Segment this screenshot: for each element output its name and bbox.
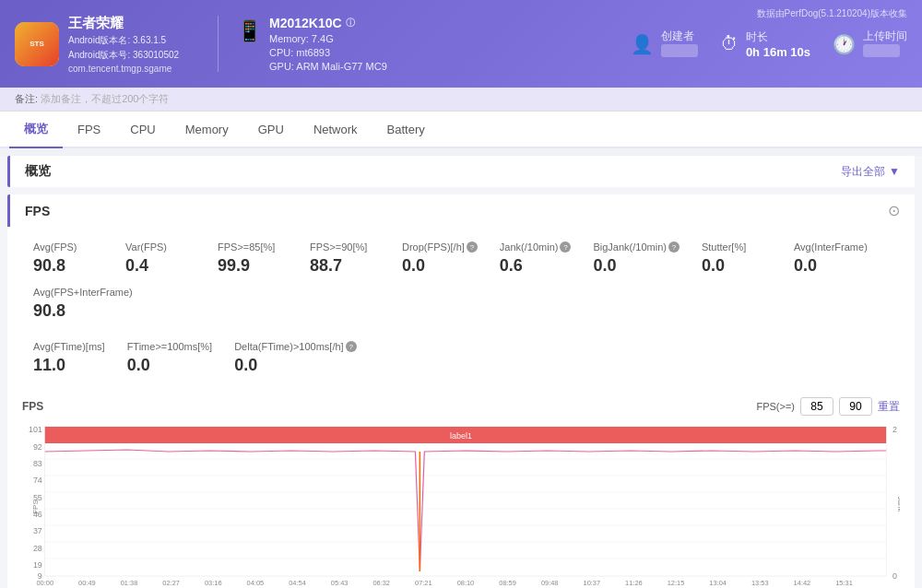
reset-button[interactable]: 重置 [878, 399, 900, 415]
stat-fps85-label: FPS>=85[%] [218, 241, 288, 253]
stat-ftime-value: 11.0 [33, 356, 105, 375]
stat-stutter-label: Stutter[%] [702, 241, 772, 253]
info-icon-jank[interactable]: ? [560, 241, 571, 253]
stat-var-fps-value: 0.4 [125, 256, 195, 276]
svg-text:00:00: 00:00 [37, 579, 54, 587]
upload-label: 上传时间 [863, 29, 907, 44]
chart-title: FPS [22, 400, 43, 413]
svg-text:12:15: 12:15 [668, 579, 685, 587]
stat-ftime100-value: 0.0 [127, 356, 213, 375]
app-package: com.tencent.tmgp.sgame [68, 64, 179, 74]
fps-chart-svg: 101 92 83 74 55 46 37 28 19 9 2 0 Jank [22, 419, 900, 588]
svg-text:13:04: 13:04 [709, 579, 727, 587]
creator-meta: 👤 创建者 [631, 29, 698, 60]
fps-panel: FPS ⊙ Avg(FPS) 90.8 Var(FPS) 0.4 FPS>=85… [7, 194, 915, 588]
stat-avg-fps-value: 90.8 [33, 256, 103, 276]
tab-fps[interactable]: FPS [63, 113, 115, 147]
stat-avg-fps-label: Avg(FPS) [33, 241, 103, 253]
stat-ftime100: FTime>=100ms[%] 0.0 [116, 335, 224, 381]
upload-icon: 🕐 [833, 33, 856, 55]
export-button[interactable]: 导出全部 ▼ [841, 164, 900, 180]
fps-stats-row1: Avg(FPS) 90.8 Var(FPS) 0.4 FPS>=85[%] 99… [7, 227, 915, 335]
chart-controls: FPS FPS(>=) 重置 [22, 397, 900, 416]
device-icon: 📱 [237, 19, 262, 43]
stat-interframe-label: Avg(InterFrame) [794, 241, 868, 253]
info-icon[interactable]: ? [467, 241, 478, 253]
data-source-text: 数据由PerfDog(5.1.210204)版本收集 [757, 7, 907, 20]
tab-network[interactable]: Network [299, 113, 372, 147]
stat-bigjank-label: BigJank(/10min)? [593, 241, 679, 253]
svg-text:92: 92 [33, 442, 42, 452]
tab-overview[interactable]: 概览 [9, 112, 63, 148]
svg-text:15:31: 15:31 [835, 579, 853, 587]
fps-panel-header: FPS ⊙ [7, 194, 915, 227]
stat-jank: Jank(/10min)? 0.6 [489, 236, 583, 281]
fps-stats-row2: Avg(FTime)[ms] 11.0 FTime>=100ms[%] 0.0 … [7, 335, 915, 390]
svg-text:83: 83 [33, 459, 42, 468]
svg-text:04:05: 04:05 [247, 579, 265, 587]
svg-text:label1: label1 [450, 431, 472, 441]
chart-container: 101 92 83 74 55 46 37 28 19 9 2 0 Jank [22, 419, 900, 588]
svg-text:74: 74 [33, 476, 42, 485]
stat-ftime: Avg(FTime)[ms] 11.0 [22, 335, 116, 381]
duration-value: 0h 16m 10s [746, 45, 810, 59]
upload-value [863, 44, 900, 57]
upload-meta: 🕐 上传时间 [833, 29, 907, 60]
svg-text:09:48: 09:48 [541, 579, 559, 587]
remarks-placeholder: 添加备注，不超过200个字符 [41, 93, 169, 104]
stat-drop-fps-label: Drop(FPS)[/h]? [402, 241, 478, 253]
svg-text:37: 37 [33, 526, 42, 535]
device-cpu: CPU: mt6893 [269, 47, 387, 58]
stat-ftime-label: Avg(FTime)[ms] [33, 341, 105, 352]
svg-text:01:38: 01:38 [121, 579, 138, 587]
threshold-input-90[interactable] [839, 397, 872, 416]
svg-text:FPS: FPS [31, 500, 40, 514]
creator-value [661, 44, 698, 57]
collapse-button[interactable]: ⊙ [888, 202, 900, 219]
tab-memory[interactable]: Memory [171, 113, 243, 147]
app-name: 王者荣耀 [68, 15, 179, 32]
info-icon-delta[interactable]: ? [346, 341, 357, 352]
svg-text:19: 19 [33, 560, 42, 570]
fps-panel-title: FPS [25, 204, 50, 218]
chevron-down-icon: ▼ [889, 165, 900, 178]
app-icon: STS [15, 22, 59, 66]
svg-text:11:26: 11:26 [625, 579, 643, 587]
device-details: M2012K10C ⓘ Memory: 7.4G CPU: mt6893 GPU… [269, 16, 387, 72]
svg-text:08:10: 08:10 [457, 579, 475, 587]
svg-text:10:37: 10:37 [584, 579, 601, 587]
svg-text:101: 101 [29, 425, 42, 434]
svg-text:06:32: 06:32 [372, 579, 390, 587]
svg-text:04:54: 04:54 [289, 579, 306, 587]
duration-meta: ⏱ 时长 0h 16m 10s [720, 29, 810, 59]
stat-delta-ftime-label: Delta(FTime)>100ms[/h]? [234, 341, 357, 352]
stat-fps-interframe-value: 90.8 [33, 301, 133, 321]
threshold-input-85[interactable] [800, 397, 833, 416]
stat-stutter: Stutter[%] 0.0 [691, 236, 783, 281]
app-version1: Android版本名: 3.63.1.5 [68, 34, 179, 47]
creator-label: 创建者 [661, 29, 698, 44]
stat-bigjank: BigJank(/10min)? 0.0 [582, 236, 690, 281]
stat-var-fps-label: Var(FPS) [125, 241, 195, 253]
app-details: 王者荣耀 Android版本名: 3.63.1.5 Android版本号: 36… [68, 15, 179, 74]
stat-fps-interframe: Avg(FPS+InterFrame) 90.8 [22, 281, 144, 326]
stat-jank-label: Jank(/10min)? [500, 241, 572, 253]
stat-fps-interframe-label: Avg(FPS+InterFrame) [33, 287, 133, 298]
svg-text:08:59: 08:59 [499, 579, 516, 587]
stat-delta-ftime-value: 0.0 [234, 356, 357, 375]
svg-text:05:43: 05:43 [331, 579, 349, 587]
tab-cpu[interactable]: CPU [115, 113, 170, 147]
stat-ftime100-label: FTime>=100ms[%] [127, 341, 213, 352]
app-info: STS 王者荣耀 Android版本名: 3.63.1.5 Android版本号… [15, 15, 199, 74]
info-icon-bigjank[interactable]: ? [668, 241, 680, 253]
tab-gpu[interactable]: GPU [243, 113, 299, 147]
fps-threshold-controls: FPS(>=) 重置 [756, 397, 900, 416]
overview-title: 概览 [25, 163, 51, 180]
stat-delta-ftime: Delta(FTime)>100ms[/h]? 0.0 [223, 335, 368, 381]
tab-battery[interactable]: Battery [372, 113, 440, 147]
stat-fps90-label: FPS>=90[%] [310, 241, 380, 253]
duration-icon: ⏱ [720, 33, 739, 54]
svg-text:07:21: 07:21 [415, 579, 432, 587]
device-name: M2012K10C ⓘ [269, 16, 387, 30]
creator-icon: 👤 [631, 33, 654, 55]
